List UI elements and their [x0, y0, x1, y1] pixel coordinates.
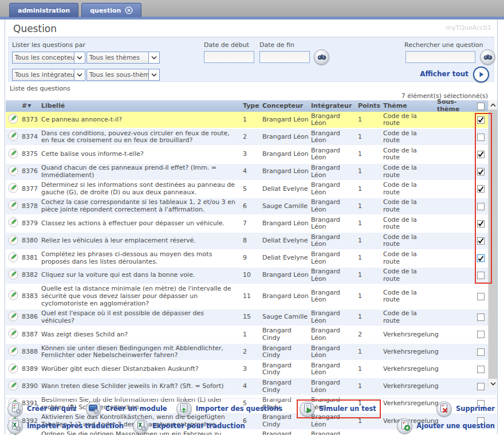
search-question-input[interactable] [405, 51, 475, 63]
close-tab-icon[interactable] [125, 6, 133, 14]
show-all-button[interactable] [473, 66, 489, 83]
vertical-scrollbar[interactable] [488, 100, 497, 388]
row-checkbox[interactable] [477, 116, 485, 124]
row-checkbox[interactable] [477, 366, 485, 373]
chevron-down-icon[interactable] [148, 52, 159, 63]
table-row[interactable]: 8389 Worüber gibt euch dieser Distanzbak… [6, 361, 497, 378]
edit-pencil-icon[interactable] [8, 166, 18, 178]
table-row[interactable]: 8383 Quelle est la distance minimale (en… [6, 285, 497, 309]
row-checkbox[interactable] [477, 348, 485, 356]
header-type[interactable]: Type [242, 103, 261, 110]
edit-pencil-icon[interactable] [8, 290, 18, 303]
header-concepteur[interactable]: Concepteur [261, 103, 310, 110]
edit-pencil-icon[interactable] [8, 311, 18, 324]
question-sous-theme [436, 147, 473, 162]
edit-pencil-icon[interactable] [8, 363, 18, 376]
table-row[interactable]: 8377 Déterminez si les informations sont… [6, 181, 497, 198]
row-checkbox[interactable] [477, 168, 485, 175]
simulate-test-button[interactable]: Simuler un test [300, 401, 376, 417]
row-checkbox[interactable] [477, 134, 485, 141]
edit-pencil-icon[interactable] [8, 113, 18, 126]
edit-pencil-icon[interactable] [8, 200, 18, 213]
add-question-button[interactable]: Ajouter une question [397, 418, 495, 434]
table-row[interactable]: 8375 Cette balise vous informe-t-elle? 3… [6, 146, 497, 163]
select-all-checkbox[interactable] [477, 103, 485, 110]
row-checkbox[interactable] [477, 293, 485, 300]
header-id[interactable]: #▼ [21, 103, 40, 110]
edit-pencil-icon[interactable] [8, 217, 18, 230]
chevron-down-icon[interactable] [74, 52, 85, 63]
table-row[interactable]: 8379 Classez les actions à effectuer pou… [6, 215, 497, 233]
concepteurs-dropdown[interactable]: Tous les concepteurs [12, 52, 85, 64]
table-row[interactable]: 8376 Quand chacun de ces panneaux prend-… [6, 164, 497, 181]
header-points[interactable]: Points [357, 103, 382, 110]
question-concepteur: Brangard Léon [261, 285, 310, 307]
table-row[interactable]: 8382 Cliquez sur la voiture qui est dans… [6, 268, 497, 285]
question-libelle: Quel est l'espace où il est possible de … [40, 310, 242, 324]
row-checkbox[interactable] [477, 383, 485, 390]
header-integrateur[interactable]: Intégrateur [310, 103, 357, 110]
question-points: 1 [357, 130, 382, 144]
edit-pencil-icon[interactable] [8, 269, 18, 282]
row-checkbox[interactable] [477, 254, 485, 262]
show-all-label[interactable]: Afficher tout [420, 70, 468, 78]
row-checkbox[interactable] [477, 151, 485, 158]
bottom-toolbar: Créer un quiz Créer un module Importer d… [5, 398, 497, 434]
table-row[interactable]: 8387 Was zeigt dieses Schild an? 1 Brang… [6, 327, 497, 344]
question-libelle: Dans ces conditions, pouvez-vous circule… [40, 130, 242, 144]
import-translation-button[interactable]: Importer après traduction [7, 418, 124, 434]
table-row[interactable]: 8381 Complétez les phrases ci-dessous au… [6, 250, 497, 268]
table-row[interactable]: 8390 Wann treten diese Schilder jeweils … [6, 378, 497, 395]
table-row[interactable]: 8386 Quel est l'espace où il est possibl… [6, 309, 497, 327]
tab-administration[interactable]: administration [9, 3, 78, 17]
integrateurs-dropdown[interactable]: Tous les intégrateurs [12, 69, 85, 81]
edit-pencil-icon[interactable] [8, 346, 18, 358]
row-checkbox[interactable] [477, 220, 485, 228]
header-theme[interactable]: Thème [382, 103, 436, 110]
edit-pencil-icon[interactable] [8, 252, 18, 265]
edit-pencil-icon[interactable] [8, 381, 18, 393]
chevron-down-icon[interactable] [74, 69, 85, 80]
table-row[interactable]: 8380 Reliez les véhicules à leur emplace… [6, 233, 497, 250]
sous-themes-dropdown[interactable]: Tous les sous-thèmes [86, 69, 160, 81]
date-search-button[interactable] [314, 49, 329, 65]
export-translation-button[interactable]: Exporter pour traduction [133, 418, 245, 434]
table-row[interactable]: 8388 Können sie unter diesen Bedingungen… [6, 344, 497, 361]
date-end-input[interactable] [259, 51, 310, 63]
row-checkbox[interactable] [477, 313, 485, 321]
toolbar-row-2: Importer après traduction Exporter pour … [7, 418, 495, 434]
question-libelle: Classez les actions à effectuer pour dép… [40, 217, 242, 231]
table-row[interactable]: 8373 Ce panneau annonce-t-il? 1 Brangard… [6, 112, 497, 129]
header-libelle[interactable]: Libellé [40, 103, 242, 110]
table-row[interactable]: 8374 Dans ces conditions, pouvez-vous ci… [6, 129, 497, 146]
row-checkbox[interactable] [477, 185, 485, 193]
row-checkbox[interactable] [477, 331, 485, 338]
question-id: 8378 [21, 199, 40, 213]
edit-pencil-icon[interactable] [8, 148, 18, 161]
delete-button[interactable]: Supprimer [436, 401, 495, 417]
question-integrateur: Brangard Léon [310, 130, 357, 144]
row-checkbox[interactable] [477, 272, 485, 279]
edit-pencil-icon[interactable] [8, 183, 18, 195]
edit-pencil-icon[interactable] [8, 131, 18, 143]
create-quiz-button[interactable]: Créer un quiz [7, 401, 77, 417]
header-sous-theme[interactable]: Sous-thème [436, 99, 473, 113]
date-start-input[interactable] [204, 51, 254, 63]
chevron-down-icon[interactable] [148, 69, 159, 80]
row-checkbox[interactable] [477, 237, 485, 245]
themes-dropdown[interactable]: Tous les thèmes [86, 52, 160, 64]
import-questions-button[interactable]: Importer des questions [176, 401, 282, 417]
tab-question[interactable]: question [81, 3, 141, 17]
scroll-down-icon[interactable] [489, 379, 497, 388]
edit-pencil-icon[interactable] [8, 235, 18, 248]
question-points: 1 [357, 164, 382, 179]
search-question-button[interactable] [480, 49, 495, 65]
question-theme: Code de la route [382, 199, 436, 213]
scrollbar-thumb[interactable] [489, 109, 497, 379]
create-module-button[interactable]: Créer un module [86, 401, 167, 417]
table-row[interactable]: 8378 Cochez la case correspondante si le… [6, 198, 497, 215]
scroll-up-icon[interactable] [489, 100, 497, 109]
edit-pencil-icon[interactable] [8, 328, 18, 341]
row-checkbox[interactable] [477, 203, 485, 210]
question-concepteur: Brangard Cindy [261, 327, 310, 342]
